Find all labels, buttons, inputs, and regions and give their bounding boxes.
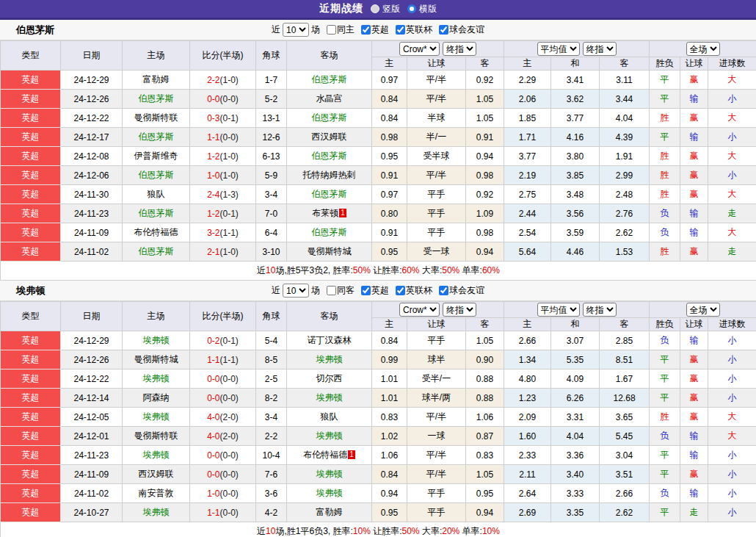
halftime-score: (1-1) <box>220 228 239 238</box>
away-team-cell: 富勒姆 <box>287 503 372 522</box>
match-row: 英超24-12-22埃弗顿0-0(0-0)2-5切尔西1.01受半/一0.884… <box>1 370 756 389</box>
result-cell: 平 <box>650 128 680 147</box>
fulltime-score: 1-2 <box>207 209 219 219</box>
bookmaker-select[interactable]: Crow* <box>399 303 440 317</box>
avg-stage-select[interactable]: 终指 <box>583 303 617 317</box>
home-team-cell: 伯恩茅斯 <box>123 90 190 109</box>
league-checkbox-epl[interactable]: 英超 <box>357 24 389 36</box>
same-venue-checkbox[interactable]: 同主 <box>322 24 355 36</box>
home-odds-cell: 0.83 <box>372 408 407 427</box>
away-odds-cell: 0.94 <box>466 503 504 522</box>
halftime-score: (0-0) <box>220 393 239 403</box>
match-row: 英超24-12-29富勒姆2-2(1-0)1-7伯恩茅斯0.97平/半0.922… <box>1 71 756 90</box>
odds-group-header: Crow*终指 <box>372 302 504 318</box>
avg-away-cell: 2.66 <box>600 484 650 503</box>
result-cell: 平 <box>650 465 680 484</box>
home-team-name: 伯恩茅斯 <box>139 131 174 142</box>
league-type-cell: 英超 <box>1 204 61 223</box>
col-away: 客场 <box>287 41 372 71</box>
radio-vertical-icon[interactable] <box>371 4 379 13</box>
avg-select[interactable]: 平均值 <box>537 42 580 56</box>
handicap-cell: 球半/两 <box>407 389 466 408</box>
handicap-result-cell: 赢 <box>680 350 708 370</box>
layout-radio-horizontal[interactable]: 横版 <box>407 3 437 15</box>
goals-result-cell: 小 <box>708 128 756 147</box>
odds-stage-select[interactable]: 终指 <box>443 303 476 317</box>
fulltime-score: 0-0 <box>207 393 219 403</box>
home-odds-cell: 1.02 <box>372 427 407 446</box>
scope-select[interactable]: 全场 <box>686 42 720 56</box>
recent-count-select[interactable]: 10 <box>283 284 309 298</box>
col-home: 主场 <box>123 302 190 331</box>
corner-cell: 4-2 <box>256 503 287 522</box>
corner-cell: 8-5 <box>256 350 287 370</box>
home-odds-cell: 0.80 <box>372 204 407 223</box>
col-handicap-result: 让球 <box>680 318 708 331</box>
radio-horizontal-label[interactable]: 横版 <box>419 3 437 15</box>
date-cell: 24-12-08 <box>61 147 123 166</box>
match-row: 英超24-12-26伯恩茅斯0-0(0-0)5-2水晶宫0.84平/半1.052… <box>1 90 756 109</box>
avg-select[interactable]: 平均值 <box>537 303 580 317</box>
same-venue-checkbox[interactable]: 同客 <box>322 284 355 297</box>
recent-count-select[interactable]: 10 <box>283 23 309 37</box>
corner-cell: 13-1 <box>256 109 287 128</box>
col-handicap: 让球 <box>407 57 466 71</box>
col-odds-away: 客 <box>466 57 504 71</box>
col-avg-draw: 和 <box>551 57 600 71</box>
result-cell: 胜 <box>650 242 680 262</box>
avg-away-cell: 2.76 <box>600 204 650 223</box>
halftime-score: (2-0) <box>220 412 239 422</box>
odds-group-header: Crow*终指 <box>372 41 504 57</box>
fulltime-score: 1-0 <box>207 170 219 181</box>
col-handicap-result: 让球 <box>680 57 708 71</box>
date-cell: 24-12-26 <box>61 350 123 370</box>
score-cell: 2-1(1-0) <box>190 242 256 262</box>
date-cell: 24-11-23 <box>61 204 123 223</box>
league-type-cell: 英超 <box>1 331 61 350</box>
home-team-cell: 曼彻斯特城 <box>123 350 190 370</box>
league-type-cell: 英超 <box>1 427 61 446</box>
summary-stat-value: 50% <box>442 265 459 275</box>
handicap-result-cell: 赢 <box>680 109 708 128</box>
handicap-result-cell: 输 <box>680 223 708 242</box>
away-team-name: 布伦特福德 <box>303 450 347 460</box>
odds-stage-select[interactable]: 终指 <box>443 42 476 56</box>
avg-home-cell: 2.54 <box>504 223 551 242</box>
games-label: 场 <box>311 284 320 297</box>
radio-vertical-label[interactable]: 竖版 <box>382 3 400 15</box>
handicap-cell: 受一球 <box>407 242 466 262</box>
away-team-name: 西汉姆联 <box>312 131 347 142</box>
handicap-cell: 平/半 <box>407 446 466 465</box>
away-team-name: 切尔西 <box>316 373 343 383</box>
league-checkbox-friendly[interactable]: 球会友谊 <box>435 284 484 297</box>
league-type-cell: 英超 <box>1 71 61 90</box>
home-team-cell: 伯恩茅斯 <box>123 128 190 147</box>
avg-draw-cell: 3.56 <box>551 204 600 223</box>
league-checkbox-eflcup[interactable]: 英联杯 <box>391 24 432 36</box>
layout-radio-vertical[interactable]: 竖版 <box>371 3 400 15</box>
league-checkbox-eflcup[interactable]: 英联杯 <box>391 284 432 297</box>
handicap-cell: 球半 <box>407 350 466 370</box>
league-checkbox-epl[interactable]: 英超 <box>357 284 389 297</box>
home-odds-cell: 0.95 <box>372 503 407 522</box>
away-team-name: 富勒姆 <box>316 507 343 517</box>
halftime-score: (2-0) <box>220 431 239 442</box>
radio-horizontal-icon[interactable] <box>407 4 416 13</box>
avg-stage-select[interactable]: 终指 <box>583 42 617 56</box>
avg-draw-cell: 3.77 <box>551 109 600 128</box>
handicap-result-cell: 输 <box>680 331 708 350</box>
bookmaker-select[interactable]: Crow* <box>399 42 440 56</box>
goals-result-cell: 小 <box>708 166 756 185</box>
goals-result-cell: 大 <box>708 71 756 90</box>
home-team-name: 伊普斯维奇 <box>134 151 178 161</box>
away-team-cell: 伯恩茅斯 <box>287 71 372 90</box>
halftime-score: (0-1) <box>220 336 239 346</box>
fulltime-score: 1-1 <box>207 508 219 518</box>
home-team-name: 狼队 <box>148 189 165 199</box>
home-team-cell: 伯恩茅斯 <box>123 204 190 223</box>
near-label: 近 <box>272 284 280 297</box>
scope-select[interactable]: 全场 <box>686 303 720 317</box>
date-cell: 24-12-29 <box>61 331 123 350</box>
league-checkbox-friendly[interactable]: 球会友谊 <box>435 24 484 36</box>
col-goals-result: 进球数 <box>708 57 756 71</box>
